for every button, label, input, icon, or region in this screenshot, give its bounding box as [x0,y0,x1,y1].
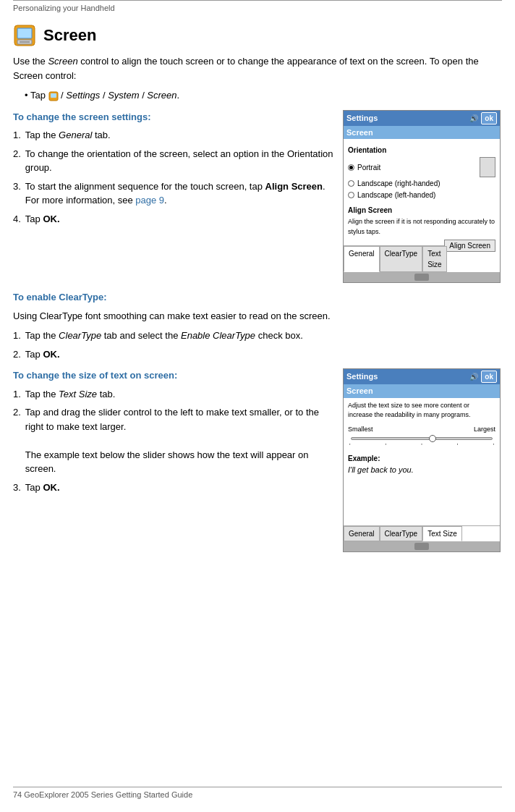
screen2-titlebar: Settings 🔊 ok [344,369,500,384]
screen2-tabs: General ClearType Text Size [344,525,500,541]
screen2-mockup: Settings 🔊 ok Screen Adjust the text siz… [343,368,502,552]
label-largest: Largest [474,425,495,435]
screen1-subtitle: Screen [344,126,500,140]
list-item: 2. Tap and drag the slider control to th… [13,405,334,476]
screen1-ok-btn[interactable]: ok [481,112,497,124]
radio-landscape-right[interactable]: Landscape (right-handed) [348,178,495,189]
list-item: 2. To change the orientation of the scre… [13,147,334,175]
align-screen-button[interactable]: Align Screen [444,240,495,252]
section3-steps: 1. Tap the Text Size tab. 2. Tap and dra… [13,387,334,495]
tab2-general[interactable]: General [344,526,380,541]
page-category: Personalizing your Handheld [13,4,502,17]
screen2-footer [344,541,500,551]
screen2-desc: Adjust the text size to see more content… [348,401,495,420]
keyboard2-icon [414,543,429,550]
page9-link[interactable]: page 9 [135,195,164,206]
section1-heading: To change the screen settings: [13,110,334,124]
section1-steps: 1. Tap the General tab. 2. To change the… [13,128,334,226]
list-item: 3. Tap OK. [13,481,334,495]
list-item: 3. To start the alignment sequence for t… [13,179,334,208]
tab2-cleartype[interactable]: ClearType [380,526,423,541]
tab-general[interactable]: General [344,246,380,272]
title-area: Screen [13,24,502,47]
portrait-icon [480,157,495,177]
list-item: 1. Tap the ClearType tab and select the … [13,329,502,343]
list-item: 4. Tap OK. [13,212,334,227]
list-item: 1. Tap the Text Size tab. [13,387,334,402]
screen2-subtitle: Screen [344,384,500,398]
tick-row: ''''' [348,441,495,450]
slider-row: Smallest Largest [348,425,495,435]
example-text: I'll get back to you. [348,464,495,476]
label-smallest: Smallest [348,425,373,435]
section2-intro: Using ClearType font smoothing can make … [13,309,502,323]
screen1-titlebar: Settings 🔊 ok [344,111,500,126]
intro-text: Use the Screen control to align the touc… [13,54,502,83]
section3-left: To change the size of text on screen: 1.… [13,368,334,552]
keyboard-icon [414,274,429,281]
screen1-footer [344,272,500,282]
slider-thumb[interactable] [429,435,436,442]
example-label: Example: [348,453,495,464]
tab-cleartype[interactable]: ClearType [380,246,423,272]
svg-rect-5 [51,93,56,98]
radio-landscape-left[interactable]: Landscape (left-handed) [348,190,495,200]
screen1-mockup: Settings 🔊 ok Screen Orientation Portrai… [343,110,502,284]
radio-landscape-right-circle [348,180,354,187]
page-title: Screen [43,26,96,45]
section2-steps: 1. Tap the ClearType tab and select the … [13,329,502,361]
section2-heading: To enable ClearType: [13,290,502,305]
svg-rect-1 [17,28,32,38]
list-item: 2. Tap OK. [13,347,502,362]
radio-portrait[interactable]: Portrait [348,157,495,177]
screen2-ok-btn[interactable]: ok [481,371,497,383]
screen-icon [13,24,36,47]
example-section: Example: I'll get back to you. [348,453,495,476]
radio-portrait-circle [348,164,354,171]
bullet-item: • Tap / Settings / System / Screen. [25,88,502,103]
page-footer: 74 GeoExplorer 2005 Series Getting Start… [13,787,502,799]
align-screen-desc: Align the screen if it is not responding… [348,217,495,237]
slider-container[interactable] [351,437,493,440]
orientation-label: Orientation [348,145,495,156]
section3-heading: To change the size of text on screen: [13,368,334,383]
section1-left: To change the screen settings: 1. Tap th… [13,110,334,284]
align-screen-section: Align Screen Align the screen if it is n… [348,205,495,237]
screen1-tabs: General ClearType Text Size [344,245,444,272]
align-screen-title: Align Screen [348,205,495,216]
tab-textsize[interactable]: Text Size [422,246,446,272]
tab2-textsize[interactable]: Text Size [422,526,462,541]
radio-landscape-left-circle [348,192,354,198]
list-item: 1. Tap the General tab. [13,128,334,143]
